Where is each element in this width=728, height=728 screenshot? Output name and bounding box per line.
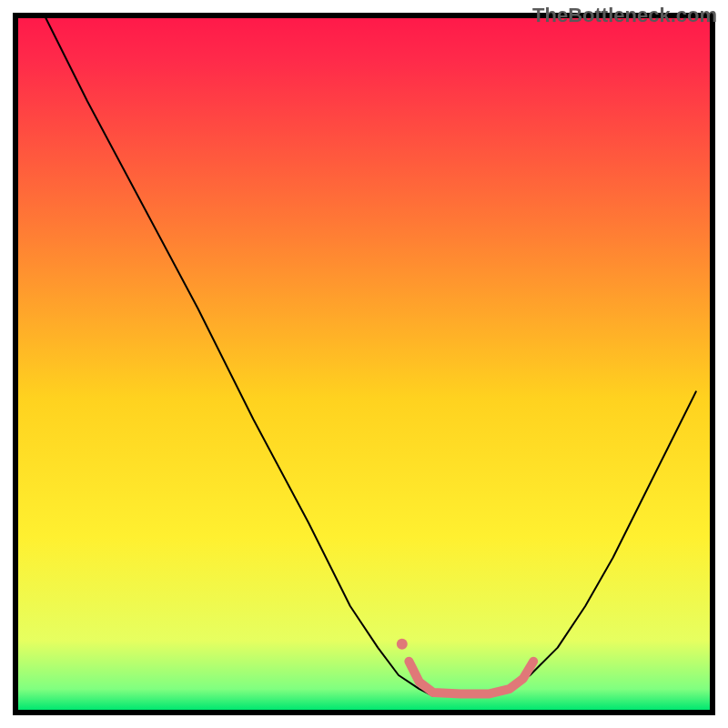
bottleneck-chart [0,0,728,728]
chart-svg [0,0,728,728]
svg-rect-0 [18,18,710,710]
watermark-text: TheBottleneck.com [532,4,717,27]
svg-point-1 [397,639,408,650]
